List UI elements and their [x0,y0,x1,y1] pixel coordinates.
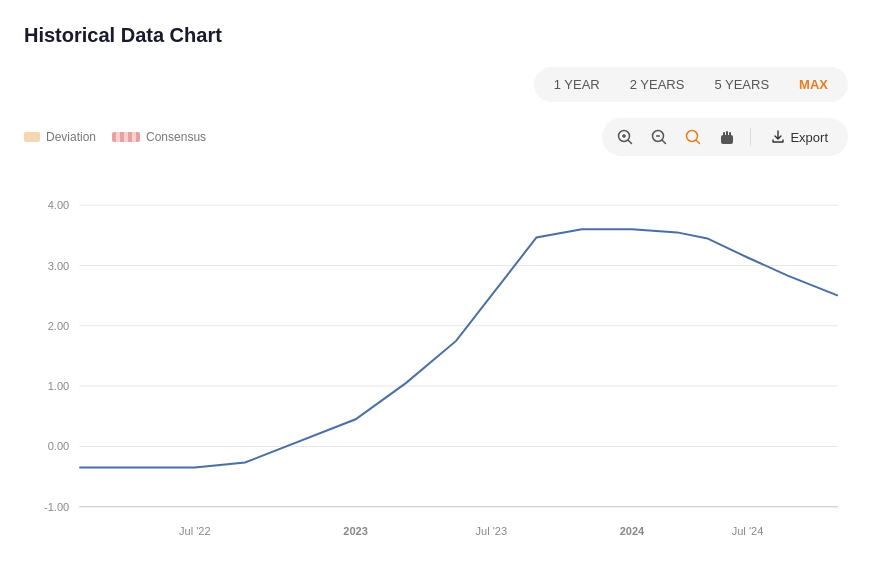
svg-line-3 [629,140,632,143]
controls-row: 1 YEAR 2 YEARS 5 YEARS MAX [24,67,848,102]
svg-text:Jul '24: Jul '24 [732,525,764,537]
svg-text:4.00: 4.00 [48,199,70,211]
consensus-swatch [112,132,140,142]
svg-line-6 [663,140,666,143]
svg-text:2023: 2023 [343,525,368,537]
svg-text:3.00: 3.00 [48,260,70,272]
svg-text:-1.00: -1.00 [44,501,69,513]
magnify-icon [685,129,701,145]
svg-rect-10 [723,132,725,137]
legend-toolbar-row: Deviation Consensus [24,118,848,156]
time-btn-1year[interactable]: 1 YEAR [540,71,614,98]
svg-text:2024: 2024 [620,525,645,537]
export-label: Export [790,130,828,145]
deviation-swatch [24,132,40,142]
page-title: Historical Data Chart [24,24,848,47]
export-button[interactable]: Export [759,124,840,151]
svg-text:2.00: 2.00 [48,320,70,332]
chart-container: 4.00 3.00 2.00 1.00 0.00 -1.00 Jul '22 2… [24,166,848,556]
time-btn-2years[interactable]: 2 YEARS [616,71,699,98]
consensus-label: Consensus [146,130,206,144]
legend-consensus: Consensus [112,130,206,144]
time-btn-max[interactable]: MAX [785,71,842,98]
magnify-button[interactable] [678,122,708,152]
zoom-in-button[interactable] [610,122,640,152]
svg-text:Jul '22: Jul '22 [179,525,211,537]
chart-svg: 4.00 3.00 2.00 1.00 0.00 -1.00 Jul '22 2… [24,166,848,556]
export-icon [771,130,785,144]
chart-toolbar: Export [602,118,848,156]
legend-deviation: Deviation [24,130,96,144]
zoom-in-icon [617,129,633,145]
deviation-label: Deviation [46,130,96,144]
zoom-out-icon [651,129,667,145]
legend: Deviation Consensus [24,130,206,144]
toolbar-divider [750,128,751,146]
zoom-out-button[interactable] [644,122,674,152]
svg-text:Jul '23: Jul '23 [475,525,507,537]
svg-text:0.00: 0.00 [48,440,70,452]
hand-button[interactable] [712,122,742,152]
svg-text:1.00: 1.00 [48,380,70,392]
hand-icon [719,129,735,145]
time-range-group: 1 YEAR 2 YEARS 5 YEARS MAX [534,67,848,102]
svg-rect-12 [729,132,731,137]
svg-rect-9 [721,135,733,144]
svg-line-8 [697,140,700,143]
svg-rect-11 [726,131,728,136]
time-btn-5years[interactable]: 5 YEARS [700,71,783,98]
